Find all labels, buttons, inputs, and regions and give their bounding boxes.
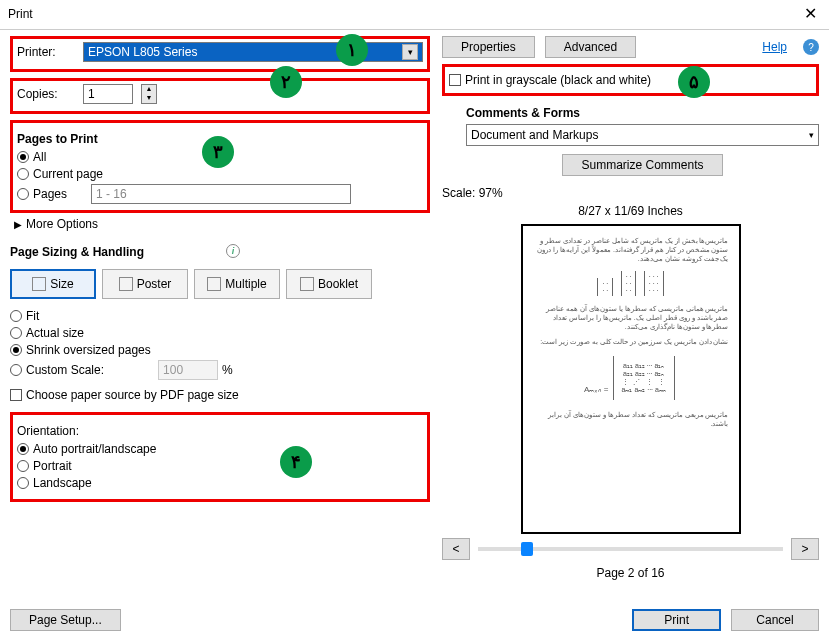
booklet-icon xyxy=(300,277,314,291)
radio-auto-orient[interactable]: Auto portrait/landscape xyxy=(17,442,423,456)
advanced-button[interactable]: Advanced xyxy=(545,36,636,58)
help-link[interactable]: Help xyxy=(762,40,787,54)
size-icon xyxy=(32,277,46,291)
radio-icon xyxy=(17,188,29,200)
printer-label: Printer: xyxy=(17,45,75,59)
radio-icon xyxy=(10,310,22,322)
tab-booklet[interactable]: Booklet xyxy=(286,269,372,299)
radio-icon xyxy=(17,477,29,489)
spinner-up-icon[interactable]: ▲ xyxy=(142,85,156,94)
page-indicator: Page 2 of 16 xyxy=(442,566,819,580)
preview-dims: 8/27 x 11/69 Inches xyxy=(442,204,819,218)
more-options[interactable]: ▶ More Options xyxy=(14,217,430,231)
tab-poster-label: Poster xyxy=(137,277,172,291)
summarize-button[interactable]: Summarize Comments xyxy=(562,154,722,176)
copies-input[interactable] xyxy=(83,84,133,104)
cancel-button[interactable]: Cancel xyxy=(731,609,819,631)
radio-pages[interactable]: Pages xyxy=(17,184,423,204)
annotation-badge-3: ٣ xyxy=(202,136,234,168)
fit-label: Fit xyxy=(26,309,39,323)
annotation-badge-5: ۵ xyxy=(678,66,710,98)
properties-button[interactable]: Properties xyxy=(442,36,535,58)
custom-scale-input[interactable] xyxy=(158,360,218,380)
actual-label: Actual size xyxy=(26,326,84,340)
radio-icon xyxy=(17,460,29,472)
triangle-right-icon: ▶ xyxy=(14,219,22,230)
help-icon[interactable]: ? xyxy=(803,39,819,55)
radio-icon xyxy=(17,443,29,455)
info-icon[interactable]: i xyxy=(226,244,240,258)
tab-size-label: Size xyxy=(50,277,73,291)
radio-icon xyxy=(17,151,29,163)
radio-icon xyxy=(10,327,22,339)
copies-spinner[interactable]: ▲ ▼ xyxy=(141,84,157,104)
print-button[interactable]: Print xyxy=(632,609,721,631)
annotation-badge-2: ٢ xyxy=(270,66,302,98)
radio-icon xyxy=(17,168,29,180)
grayscale-row[interactable]: Print in grayscale (black and white) xyxy=(449,73,812,87)
comments-value: Document and Markups xyxy=(471,128,598,142)
radio-all-label: All xyxy=(33,150,46,164)
radio-actual[interactable]: Actual size xyxy=(10,326,430,340)
annotation-badge-4: ۴ xyxy=(280,446,312,478)
radio-custom[interactable]: Custom Scale: % xyxy=(10,360,430,380)
grayscale-label: Print in grayscale (black and white) xyxy=(465,73,651,87)
comments-header: Comments & Forms xyxy=(466,106,819,120)
portrait-label: Portrait xyxy=(33,459,72,473)
choose-paper-row[interactable]: Choose paper source by PDF page size xyxy=(10,388,430,402)
shrink-label: Shrink oversized pages xyxy=(26,343,151,357)
window-title: Print xyxy=(8,7,33,21)
radio-current[interactable]: Current page xyxy=(17,167,423,181)
auto-orient-label: Auto portrait/landscape xyxy=(33,442,156,456)
radio-pages-label: Pages xyxy=(33,187,67,201)
pct-label: % xyxy=(222,363,233,377)
page-setup-button[interactable]: Page Setup... xyxy=(10,609,121,631)
radio-icon xyxy=(10,344,22,356)
tab-multiple-label: Multiple xyxy=(225,277,266,291)
radio-icon xyxy=(10,364,22,376)
checkbox-icon[interactable] xyxy=(10,389,22,401)
tab-multiple[interactable]: Multiple xyxy=(194,269,280,299)
printer-value: EPSON L805 Series xyxy=(88,45,197,59)
print-preview: ماتریس‌ها بخش از یک ماتریس که شامل عناصر… xyxy=(521,224,741,534)
landscape-label: Landscape xyxy=(33,476,92,490)
radio-current-label: Current page xyxy=(33,167,103,181)
poster-icon xyxy=(119,277,133,291)
copies-label: Copies: xyxy=(17,87,75,101)
checkbox-icon[interactable] xyxy=(449,74,461,86)
printer-dropdown[interactable]: EPSON L805 Series ▾ xyxy=(83,42,423,62)
tab-booklet-label: Booklet xyxy=(318,277,358,291)
radio-portrait[interactable]: Portrait xyxy=(17,459,423,473)
chevron-down-icon: ▾ xyxy=(809,130,814,140)
comments-dropdown[interactable]: Document and Markups ▾ xyxy=(466,124,819,146)
slider-thumb[interactable] xyxy=(521,542,533,556)
prev-page-button[interactable]: < xyxy=(442,538,470,560)
custom-label: Custom Scale: xyxy=(26,363,104,377)
radio-shrink[interactable]: Shrink oversized pages xyxy=(10,343,430,357)
chevron-down-icon[interactable]: ▾ xyxy=(402,44,418,60)
multiple-icon xyxy=(207,277,221,291)
radio-landscape[interactable]: Landscape xyxy=(17,476,423,490)
close-icon[interactable]: ✕ xyxy=(798,4,823,23)
annotation-badge-1: ١ xyxy=(336,34,368,66)
scale-label: Scale: 97% xyxy=(442,186,503,200)
page-slider[interactable] xyxy=(478,547,783,551)
next-page-button[interactable]: > xyxy=(791,538,819,560)
sizing-header: Page Sizing & Handling xyxy=(10,245,144,259)
choose-paper-label: Choose paper source by PDF page size xyxy=(26,388,239,402)
tab-size[interactable]: Size xyxy=(10,269,96,299)
orientation-header: Orientation: xyxy=(17,424,423,438)
tab-poster[interactable]: Poster xyxy=(102,269,188,299)
more-options-label: More Options xyxy=(26,217,98,231)
radio-fit[interactable]: Fit xyxy=(10,309,430,323)
pages-range-input[interactable] xyxy=(91,184,351,204)
spinner-down-icon[interactable]: ▼ xyxy=(142,94,156,103)
